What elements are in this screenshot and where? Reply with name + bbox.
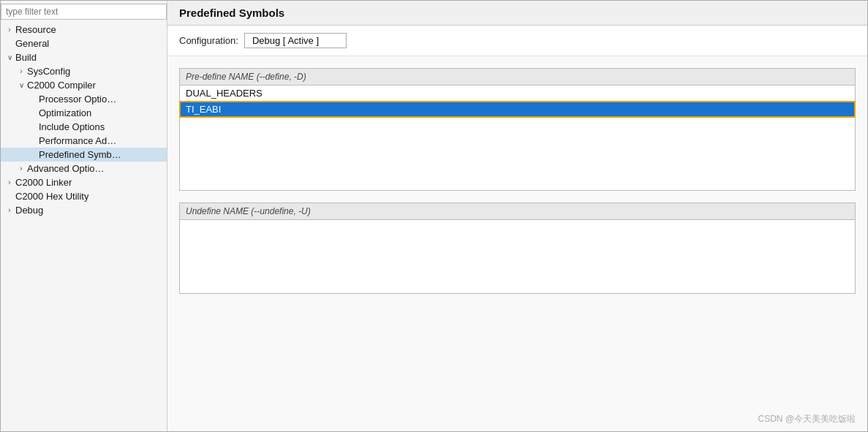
sidebar-search-input[interactable]	[1, 4, 167, 20]
tree-arrow-debug: ›	[4, 206, 15, 214]
predefine-row-1[interactable]: TI_EABI	[180, 102, 855, 117]
sidebar-item-resource[interactable]: ›Resource	[1, 23, 167, 37]
tree-arrow-sysconfig: ›	[15, 67, 27, 75]
sidebar-item-advancedoptions[interactable]: ›Advanced Optio…	[1, 162, 167, 175]
predefine-table: Pre-define NAME (--define, -D) DUAL_HEAD…	[179, 68, 856, 191]
undefine-table: Undefine NAME (--undefine, -U)	[179, 202, 856, 294]
sidebar-item-c2000compiler[interactable]: ∨C2000 Compiler	[1, 78, 167, 92]
sidebar-label-processoroptions: Processor Optio…	[39, 94, 116, 105]
sidebar: ›ResourceGeneral∨Build›SysConfig∨C2000 C…	[1, 1, 167, 431]
sidebar-item-includeoptions[interactable]: Include Options	[1, 120, 167, 134]
tree-arrow-resource: ›	[4, 26, 15, 34]
sidebar-item-build[interactable]: ∨Build	[1, 50, 167, 64]
sidebar-item-debug[interactable]: ›Debug	[1, 203, 167, 217]
sidebar-label-c2000compiler: C2000 Compiler	[27, 80, 96, 91]
configuration-row: Configuration: Debug [ Active ]	[167, 26, 867, 56]
tree-arrow-build: ∨	[4, 53, 15, 61]
sidebar-item-c2000linker[interactable]: ›C2000 Linker	[1, 175, 167, 189]
sidebar-item-sysconfig[interactable]: ›SysConfig	[1, 64, 167, 78]
main-panel: Predefined Symbols Configuration: Debug …	[167, 1, 867, 431]
undefine-section: Undefine NAME (--undefine, -U)	[167, 202, 867, 300]
undefine-header: Undefine NAME (--undefine, -U)	[180, 203, 855, 220]
watermark: CSDN @今天美美吃饭啦	[167, 300, 867, 431]
sidebar-item-predefinedsymbols[interactable]: Predefined Symb…	[1, 148, 167, 162]
sidebar-label-optimization: Optimization	[39, 107, 91, 118]
sidebar-item-c2000hexutility[interactable]: C2000 Hex Utility	[1, 189, 167, 203]
sidebar-item-optimization[interactable]: Optimization	[1, 106, 167, 120]
predefine-row-0[interactable]: DUAL_HEADERS	[180, 86, 855, 102]
panel-title: Predefined Symbols	[167, 1, 867, 26]
sidebar-label-build: Build	[15, 52, 37, 63]
undefine-empty-area	[180, 220, 855, 293]
sidebar-label-general: General	[15, 38, 49, 49]
sidebar-label-includeoptions: Include Options	[39, 121, 105, 132]
predefine-empty-area	[180, 117, 855, 190]
tree-arrow-c2000compiler: ∨	[15, 81, 27, 89]
tree-arrow-c2000linker: ›	[4, 178, 15, 186]
tree-arrow-advancedoptions: ›	[15, 164, 27, 173]
config-value[interactable]: Debug [ Active ]	[244, 33, 347, 48]
config-label: Configuration:	[179, 35, 238, 46]
sidebar-item-general[interactable]: General	[1, 37, 167, 50]
sidebar-label-performancead: Performance Ad…	[39, 135, 116, 146]
sidebar-label-c2000hexutility: C2000 Hex Utility	[15, 191, 88, 202]
sidebar-label-debug: Debug	[15, 205, 43, 216]
sidebar-label-predefinedsymbols: Predefined Symb…	[39, 149, 121, 160]
sidebar-label-resource: Resource	[15, 24, 56, 35]
sidebar-label-sysconfig: SysConfig	[27, 66, 70, 77]
panel-content: Configuration: Debug [ Active ] Pre-defi…	[167, 26, 867, 431]
sidebar-label-c2000linker: C2000 Linker	[15, 177, 72, 188]
sidebar-label-advancedoptions: Advanced Optio…	[27, 163, 105, 174]
sidebar-item-performancead[interactable]: Performance Ad…	[1, 134, 167, 148]
predefine-header: Pre-define NAME (--define, -D)	[180, 69, 855, 86]
predefine-section: Pre-define NAME (--define, -D) DUAL_HEAD…	[167, 68, 867, 197]
sidebar-item-processoroptions[interactable]: Processor Optio…	[1, 92, 167, 106]
